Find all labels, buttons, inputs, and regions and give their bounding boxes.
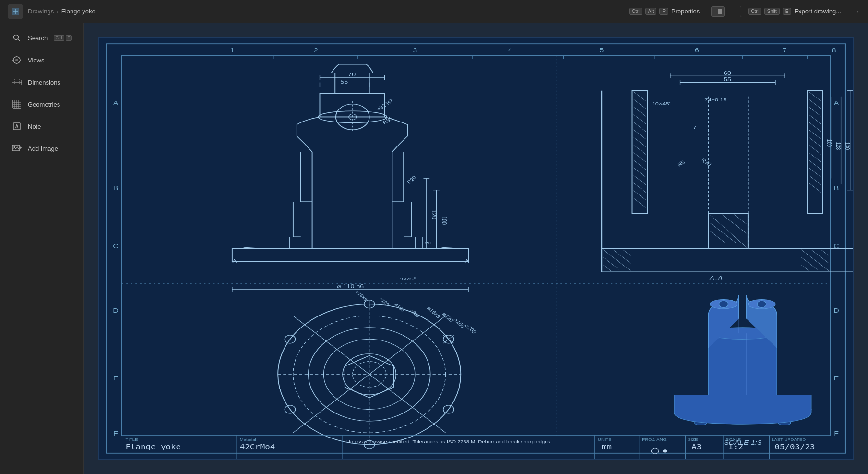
note-icon: A <box>12 121 22 132</box>
sidebar-views-label: Views <box>28 57 44 64</box>
svg-text:TITLE: TITLE <box>126 438 138 442</box>
sidebar-item-geometries[interactable]: Geometries <box>4 94 80 114</box>
properties-button[interactable]: Ctrl Alt P Properties <box>625 6 703 17</box>
svg-text:mm: mm <box>602 443 612 450</box>
svg-text:3×45°: 3×45° <box>400 277 416 281</box>
sidebar-add-image-label: Add Image <box>28 145 58 152</box>
blueprint-drawing: 1 2 3 4 5 6 7 8 A B C D E F A B C D <box>99 38 853 459</box>
svg-text:SIZE: SIZE <box>688 438 698 442</box>
svg-text:Unless otherwise specified: To: Unless otherwise specified: Tolerances a… <box>346 439 550 444</box>
dimensions-icon <box>12 77 22 87</box>
drawing-container: 1 2 3 4 5 6 7 8 A B C D E F A B C D <box>98 37 854 460</box>
app-icon <box>8 4 23 19</box>
svg-text:UNITS: UNITS <box>598 438 612 442</box>
breadcrumb-current: Flange yoke <box>61 8 95 15</box>
svg-text:6: 6 <box>695 47 699 54</box>
svg-text:B: B <box>834 185 839 192</box>
kbd-ctrl: Ctrl <box>629 8 642 15</box>
top-bar-left: Drawings › Flange yoke <box>8 4 95 19</box>
top-bar: Drawings › Flange yoke Ctrl Alt P Proper… <box>0 0 868 23</box>
search-shortcut: Ctrl F <box>54 35 72 41</box>
panel-toggle-icon <box>714 9 722 14</box>
top-bar-right: Ctrl Alt P Properties Ctrl Shift E Expor… <box>625 6 860 17</box>
svg-text:D: D <box>833 307 839 314</box>
svg-line-2 <box>18 39 20 41</box>
sidebar-item-dimensions[interactable]: Dimensions <box>4 72 80 92</box>
kbd-shift: Shift <box>764 8 780 15</box>
svg-text:F: F <box>113 430 118 437</box>
svg-point-246 <box>663 449 667 452</box>
svg-text:A: A <box>464 258 469 265</box>
breadcrumb: Drawings › Flange yoke <box>28 8 95 15</box>
svg-text:3: 3 <box>413 47 417 54</box>
canvas-area[interactable]: 1 2 3 4 5 6 7 8 A B C D E F A B C D <box>84 23 868 474</box>
sidebar: Search Ctrl F Views <box>0 23 84 474</box>
export-arrow-icon: → <box>853 7 860 16</box>
svg-text:⌀ 110 h6: ⌀ 110 h6 <box>337 283 364 290</box>
svg-text:8: 8 <box>832 47 836 54</box>
svg-text:100: 100 <box>826 139 832 147</box>
svg-text:A3: A3 <box>691 443 702 450</box>
export-button[interactable]: Ctrl Shift E Export drawing... <box>740 6 845 17</box>
panel-toggle-button[interactable] <box>711 6 725 17</box>
kbd-e: E <box>783 8 792 15</box>
svg-text:4: 4 <box>508 47 512 54</box>
views-icon <box>12 55 22 65</box>
svg-text:5: 5 <box>600 47 604 54</box>
sidebar-search-label: Search <box>28 35 48 42</box>
svg-text:A: A <box>232 258 237 265</box>
svg-text:100: 100 <box>440 216 448 225</box>
add-image-icon <box>12 143 22 154</box>
svg-text:128: 128 <box>835 142 842 150</box>
svg-text:55: 55 <box>340 79 348 85</box>
breadcrumb-parent[interactable]: Drawings <box>28 8 54 15</box>
svg-text:55: 55 <box>724 76 731 83</box>
svg-text:F: F <box>834 430 839 437</box>
svg-text:74+0.15: 74+0.15 <box>704 97 726 102</box>
svg-text:D: D <box>113 307 118 314</box>
sidebar-item-add-image[interactable]: Add Image <box>4 138 80 158</box>
svg-text:Material: Material <box>240 438 256 442</box>
svg-text:7: 7 <box>693 124 697 129</box>
sidebar-geometries-label: Geometries <box>28 101 60 108</box>
properties-label: Properties <box>671 8 700 15</box>
svg-text:A-A: A-A <box>709 275 723 282</box>
svg-text:E: E <box>113 375 119 381</box>
svg-text:A: A <box>834 100 839 107</box>
svg-text:10×45°: 10×45° <box>652 101 672 106</box>
svg-text:130: 130 <box>844 142 851 150</box>
svg-text:7: 7 <box>783 47 787 54</box>
sidebar-item-views[interactable]: Views <box>4 50 80 70</box>
main-area: Search Ctrl F Views <box>0 23 868 474</box>
svg-text:1:2: 1:2 <box>728 443 744 450</box>
svg-text:E: E <box>834 375 839 381</box>
svg-text:05/03/23: 05/03/23 <box>774 443 815 450</box>
svg-text:B: B <box>113 185 119 192</box>
kbd-p: P <box>659 8 668 15</box>
svg-text:120: 120 <box>430 210 439 219</box>
geometries-icon <box>12 99 22 109</box>
svg-point-4 <box>15 59 18 61</box>
sidebar-note-label: Note <box>28 123 41 130</box>
svg-text:A: A <box>113 100 119 107</box>
sidebar-item-search[interactable]: Search Ctrl F <box>4 28 80 48</box>
kbd-alt: Alt <box>645 8 657 15</box>
kbd-ctrl-export: Ctrl <box>748 8 761 15</box>
svg-text:PROJ. ANG.: PROJ. ANG. <box>642 438 667 442</box>
svg-text:42CrMo4: 42CrMo4 <box>240 443 275 450</box>
svg-point-229 <box>757 301 766 308</box>
svg-point-228 <box>719 301 728 308</box>
svg-text:C: C <box>113 243 118 250</box>
sidebar-item-note[interactable]: A Note <box>4 116 80 136</box>
search-icon <box>12 33 22 43</box>
svg-text:LAST UPDATED: LAST UPDATED <box>772 438 806 442</box>
svg-text:2: 2 <box>314 47 318 54</box>
svg-text:70: 70 <box>348 72 356 78</box>
svg-text:Flange yoke: Flange yoke <box>126 443 181 450</box>
svg-text:1: 1 <box>230 47 234 54</box>
export-label: Export drawing... <box>794 8 841 15</box>
svg-text:20: 20 <box>425 241 431 245</box>
breadcrumb-separator: › <box>57 9 59 14</box>
svg-text:60: 60 <box>724 70 731 76</box>
svg-text:SCALE: SCALE <box>726 438 741 442</box>
